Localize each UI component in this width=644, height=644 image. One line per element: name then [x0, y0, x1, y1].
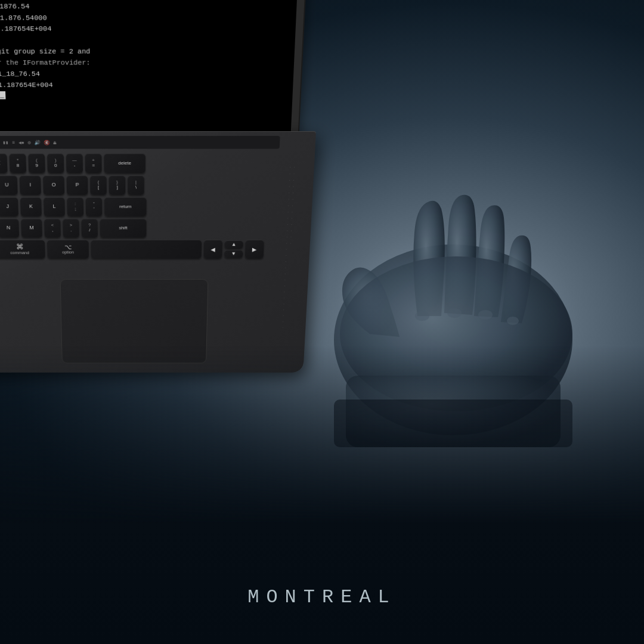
key-row-numbers: ^6 &7 *8 (9 )0 —- += delete [0, 153, 268, 173]
key-lt[interactable]: <, [44, 219, 61, 238]
key-7[interactable]: &7 [0, 153, 8, 173]
key-shift[interactable]: shift [100, 219, 147, 238]
tb-settings-icon: ⚙ [28, 140, 31, 145]
key-u[interactable]: U [0, 175, 18, 195]
key-row-modifiers: fn ⌘ command ⌥ option ◀ ▲ ▼ ▶ [0, 240, 264, 258]
key-pipe[interactable]: |\ [128, 175, 144, 195]
svg-point-4 [478, 310, 493, 320]
key-o[interactable]: O [43, 175, 64, 195]
terminal-output: L] is used for the IFormatProvider: 1187… [0, 0, 298, 149]
key-k[interactable]: K [20, 197, 42, 216]
key-rbrace[interactable]: }] [109, 175, 126, 195]
key-j[interactable]: J [0, 197, 18, 216]
key-row-yuiop: Y U I O P {[ }] |\ [0, 175, 267, 195]
tb-volume-icon: 🔊 [34, 140, 40, 145]
key-minus[interactable]: —- [66, 153, 83, 173]
key-delete[interactable]: delete [104, 153, 145, 173]
key-0[interactable]: )0 [47, 153, 64, 173]
tb-menu-icon: ≡ [12, 140, 15, 145]
laptop-base: 🔒 ▮▮ ≡ ◀● ⚙ 🔊 🔇 ⏏ ^6 &7 *8 (9 )0 —- [0, 131, 316, 373]
key-arrow-down[interactable]: ▼ [224, 250, 243, 258]
key-arrow-up[interactable]: ▲ [225, 240, 243, 249]
key-spacebar[interactable] [91, 240, 202, 258]
svg-point-3 [447, 308, 462, 318]
screen-display: L] is used for the IFormatProvider: 1187… [0, 0, 298, 149]
tb-play-icon: ◀● [18, 140, 24, 145]
key-i[interactable]: I [20, 175, 41, 195]
brand-text: MONTREAL [247, 586, 397, 608]
key-l[interactable]: L [44, 197, 65, 216]
key-command[interactable]: ⌘ command [0, 240, 45, 258]
key-8[interactable]: *8 [9, 153, 26, 173]
key-question[interactable]: ?/ [81, 219, 98, 238]
key-n[interactable]: N [0, 219, 19, 238]
tb-eject-icon: ⏏ [53, 140, 56, 145]
key-arrow-right[interactable]: ▶ [245, 240, 264, 258]
svg-point-2 [415, 311, 429, 321]
key-plus[interactable]: += [85, 153, 102, 173]
key-return[interactable]: return [104, 197, 147, 216]
touch-bar: 🔒 ▮▮ ≡ ◀● ⚙ 🔊 🔇 ⏏ [0, 136, 280, 149]
key-p[interactable]: P [67, 175, 88, 195]
key-row-bnm: B N M <, >. ?/ shift [0, 219, 265, 238]
key-gt[interactable]: >. [63, 219, 79, 238]
key-lbrace[interactable]: {[ [90, 175, 107, 195]
main-scene: L] is used for the IFormatProvider: 1187… [0, 0, 644, 644]
key-9[interactable]: (9 [28, 153, 45, 173]
key-option[interactable]: ⌥ option [47, 240, 89, 258]
key-colon[interactable]: :; [67, 197, 83, 216]
tb-mute-icon: 🔇 [44, 140, 49, 145]
key-arrow-left[interactable]: ◀ [203, 240, 222, 258]
tb-pause-icon: ▮▮ [3, 140, 9, 145]
key-m[interactable]: M [21, 219, 42, 238]
svg-point-5 [507, 317, 519, 325]
key-row-hjkl: H J K L :; "' return [0, 197, 266, 216]
key-quote[interactable]: "' [86, 197, 103, 216]
